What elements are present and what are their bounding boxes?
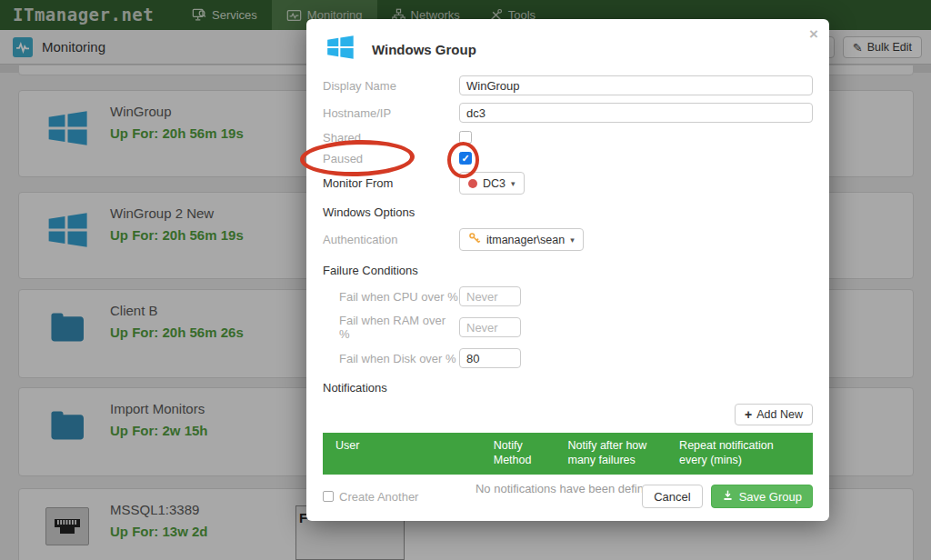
col-user: User <box>335 438 494 468</box>
monitor-from-label: Monitor From <box>323 176 459 190</box>
windows-options-heading: Windows Options <box>323 205 813 219</box>
status-dot-icon <box>468 179 477 188</box>
modal-title: Windows Group <box>372 42 476 57</box>
shared-row: Shared <box>323 130 813 145</box>
fail-cpu-input[interactable] <box>459 286 521 306</box>
authentication-row: Authentication itmanager\sean ▾ <box>323 228 813 251</box>
add-new-button[interactable]: + Add New <box>735 404 813 425</box>
plus-icon: + <box>745 407 752 422</box>
modal-footer: Create Another Cancel Save Group <box>323 485 813 508</box>
notifications-heading: Notifications <box>323 381 813 395</box>
display-name-row: Display Name <box>323 75 813 95</box>
windows-group-modal: × Windows Group Display Name Hostname/IP… <box>306 19 829 521</box>
fail-ram-row: Fail when RAM over % <box>323 314 813 341</box>
col-notify-after: Notify after how many failures <box>567 438 679 468</box>
fail-disk-label: Fail when Disk over % <box>323 352 459 365</box>
fail-cpu-row: Fail when CPU over % <box>323 286 813 306</box>
col-repeat-every: Repeat notification every (mins) <box>679 438 800 468</box>
screen: ITmanager.net Services Monitoring Networ… <box>0 0 931 560</box>
annotation-circle-paused-checkbox <box>447 142 479 178</box>
chevron-down-icon: ▾ <box>570 235 575 245</box>
create-another-checkbox[interactable] <box>323 491 334 502</box>
fail-disk-input[interactable] <box>459 348 521 368</box>
hostname-label: Hostname/IP <box>323 106 459 120</box>
fail-ram-label: Fail when RAM over % <box>323 314 459 341</box>
cancel-button[interactable]: Cancel <box>642 485 702 508</box>
col-notify-method: Notify Method <box>494 438 568 468</box>
create-another-option[interactable]: Create Another <box>323 490 418 504</box>
chevron-down-icon: ▾ <box>511 179 516 188</box>
display-name-input[interactable] <box>459 75 813 95</box>
authentication-dropdown[interactable]: itmanager\sean ▾ <box>459 228 584 251</box>
save-icon <box>722 489 734 504</box>
key-icon <box>468 232 481 247</box>
failure-conditions-heading: Failure Conditions <box>323 264 813 277</box>
authentication-label: Authentication <box>323 233 459 246</box>
hostname-row: Hostname/IP <box>323 103 813 123</box>
notifications-table-header: User Notify Method Notify after how many… <box>323 433 813 475</box>
fail-cpu-label: Fail when CPU over % <box>323 290 459 304</box>
modal-header: Windows Group <box>323 32 813 66</box>
close-icon[interactable]: × <box>809 26 818 42</box>
create-another-label: Create Another <box>339 490 418 504</box>
fail-ram-input[interactable] <box>459 317 521 337</box>
save-group-button[interactable]: Save Group <box>711 485 813 508</box>
fail-disk-row: Fail when Disk over % <box>323 348 813 368</box>
hostname-input[interactable] <box>459 103 813 123</box>
display-name-label: Display Name <box>323 79 459 93</box>
windows-logo-icon <box>323 30 357 68</box>
monitor-from-row: Monitor From DC3 ▾ <box>323 172 813 195</box>
